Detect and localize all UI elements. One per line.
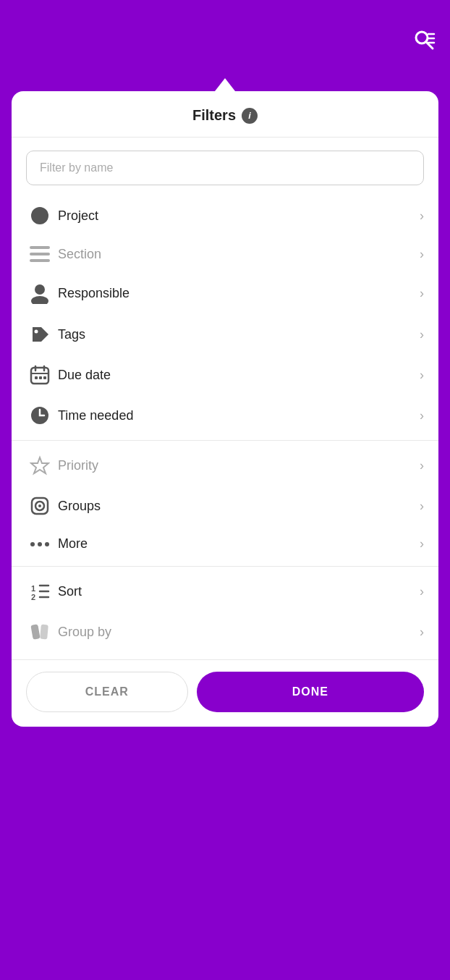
filter-label-more: More: [58, 536, 420, 552]
chevron-right-project: ›: [420, 208, 424, 224]
svg-point-10: [31, 296, 48, 304]
filter-item-more[interactable]: More ›: [12, 526, 438, 562]
done-button[interactable]: DONE: [197, 672, 424, 712]
time-needed-icon: [26, 405, 54, 426]
svg-rect-6: [30, 246, 50, 249]
filter-item-priority[interactable]: Priority ›: [12, 445, 438, 486]
filter-list: Project › Section › Respo: [12, 193, 438, 655]
group-by-icon: [26, 622, 54, 642]
chevron-right-tags: ›: [420, 327, 424, 342]
chevron-right-time-needed: ›: [420, 408, 424, 423]
filter-item-section[interactable]: Section ›: [12, 236, 438, 272]
filter-label-time-needed: Time needed: [58, 408, 420, 423]
responsible-icon: [26, 282, 54, 304]
chevron-right-more: ›: [420, 536, 424, 552]
filter-item-groups[interactable]: Groups ›: [12, 486, 438, 526]
search-container: [12, 138, 438, 193]
filter-label-group-by: Group by: [58, 625, 420, 640]
section-icon: [26, 246, 54, 262]
svg-rect-32: [30, 624, 40, 639]
svg-rect-8: [30, 259, 50, 262]
chevron-right-priority: ›: [420, 458, 424, 473]
search-input[interactable]: [26, 151, 424, 185]
priority-icon: [26, 455, 54, 476]
svg-point-11: [35, 330, 38, 334]
svg-rect-33: [40, 625, 48, 640]
divider-2: [12, 566, 438, 567]
svg-point-24: [30, 542, 35, 546]
svg-point-5: [31, 207, 48, 224]
filter-item-project[interactable]: Project ›: [12, 195, 438, 236]
sort-icon: 1 2: [26, 581, 54, 601]
chevron-right-sort: ›: [420, 584, 424, 599]
filter-item-time-needed[interactable]: Time needed ›: [12, 395, 438, 436]
filters-panel: Filters i Project ›: [12, 91, 438, 727]
top-bar: [0, 0, 450, 80]
chevron-right-due-date: ›: [420, 368, 424, 383]
info-icon[interactable]: i: [242, 108, 258, 124]
svg-rect-12: [31, 368, 48, 384]
svg-marker-20: [31, 457, 48, 473]
svg-point-9: [35, 284, 45, 295]
filter-item-sort[interactable]: 1 2 Sort ›: [12, 571, 438, 612]
clear-button[interactable]: CLEAR: [26, 672, 188, 712]
divider-1: [12, 440, 438, 441]
filter-item-due-date[interactable]: Due date ›: [12, 355, 438, 395]
filter-label-responsible: Responsible: [58, 286, 420, 301]
filter-label-groups: Groups: [58, 499, 420, 514]
project-icon: [26, 206, 54, 226]
svg-rect-17: [39, 376, 42, 379]
filter-label-project: Project: [58, 208, 420, 224]
svg-rect-18: [43, 376, 46, 379]
svg-point-26: [45, 542, 49, 546]
tags-icon: [26, 324, 54, 345]
panel-title: Filters: [192, 107, 236, 124]
search-filter-icon[interactable]: [412, 28, 436, 51]
groups-icon: [26, 496, 54, 516]
panel-header: Filters i: [12, 91, 438, 138]
filter-label-section: Section: [58, 247, 420, 262]
caret-up-indicator: [215, 78, 235, 91]
svg-text:2: 2: [31, 593, 35, 601]
chevron-right-groups: ›: [420, 499, 424, 514]
due-date-icon: [26, 365, 54, 385]
filter-label-tags: Tags: [58, 327, 420, 342]
bottom-actions: CLEAR DONE: [12, 659, 438, 727]
svg-rect-7: [30, 253, 50, 255]
more-icon: [26, 540, 54, 549]
filter-label-due-date: Due date: [58, 368, 420, 383]
svg-text:1: 1: [31, 584, 35, 593]
filter-item-group-by[interactable]: Group by ›: [12, 612, 438, 652]
filter-label-sort: Sort: [58, 584, 420, 599]
svg-rect-16: [35, 376, 38, 379]
svg-point-25: [38, 542, 42, 546]
chevron-right-responsible: ›: [420, 286, 424, 301]
chevron-right-section: ›: [420, 247, 424, 262]
filter-item-responsible[interactable]: Responsible ›: [12, 272, 438, 314]
filter-label-priority: Priority: [58, 458, 420, 473]
filter-item-tags[interactable]: Tags ›: [12, 314, 438, 355]
svg-point-23: [38, 504, 41, 507]
chevron-right-group-by: ›: [420, 625, 424, 640]
